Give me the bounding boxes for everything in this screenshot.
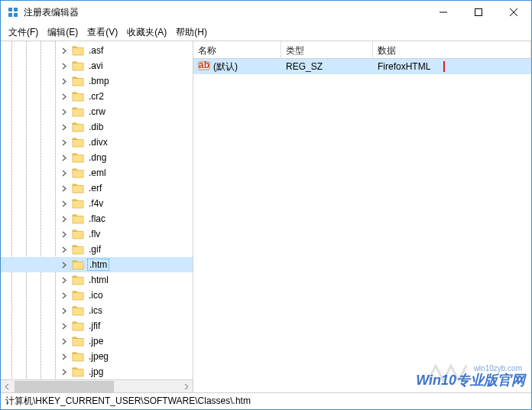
menubar: 文件(F) 编辑(E) 查看(V) 收藏夹(A) 帮助(H): [1, 24, 531, 41]
scroll-thumb[interactable]: [15, 381, 114, 392]
expand-icon[interactable]: [60, 138, 69, 147]
folder-icon: [72, 152, 84, 163]
tree-item[interactable]: .asf: [1, 43, 193, 58]
tree-item[interactable]: .avi: [1, 58, 193, 73]
tree-pane[interactable]: .asf.avi.bmp.cr2.crw.dib.divx.dng.eml.er…: [1, 41, 193, 392]
expand-icon[interactable]: [60, 169, 69, 177]
tree-item-label: .bmp: [87, 76, 111, 86]
svg-rect-1: [14, 8, 18, 11]
expand-icon[interactable]: [60, 276, 69, 285]
tree-item-label: .jpe: [87, 336, 105, 347]
list-pane: 名称 类型 数据 ab(默认)REG_SZFirefoxHTML: [193, 41, 531, 392]
folder-icon: [72, 305, 84, 316]
tree-item[interactable]: .erf: [1, 181, 193, 196]
column-header-name[interactable]: 名称: [193, 41, 281, 58]
tree-item-label: .ico: [87, 290, 105, 301]
tree-item[interactable]: .cr2: [1, 89, 193, 104]
expand-icon[interactable]: [60, 337, 69, 346]
expand-icon[interactable]: [60, 108, 69, 116]
tree-item-label: .jpeg: [87, 351, 110, 362]
folder-icon: [72, 229, 84, 239]
tree-item[interactable]: .flac: [1, 211, 193, 226]
folder-icon: [72, 366, 84, 377]
string-value-icon: ab: [198, 60, 210, 74]
expand-icon[interactable]: [60, 200, 69, 208]
tree-item-label: .crw: [87, 106, 107, 117]
tree-item[interactable]: .gif: [1, 242, 193, 257]
tree-item[interactable]: .ico: [1, 288, 193, 303]
expand-icon[interactable]: [60, 291, 69, 300]
list-rows[interactable]: ab(默认)REG_SZFirefoxHTML: [193, 59, 531, 392]
close-button[interactable]: [496, 1, 531, 24]
tree-item[interactable]: .dib: [1, 119, 193, 135]
tree-item-label: .jfif: [87, 321, 102, 331]
tree-item[interactable]: .divx: [1, 135, 193, 150]
status-path: 计算机\HKEY_CURRENT_USER\SOFTWARE\Classes\.…: [5, 395, 251, 408]
tree-item-label: .ics: [87, 305, 104, 316]
svg-rect-5: [475, 9, 482, 16]
expand-icon[interactable]: [60, 215, 69, 223]
tree-item[interactable]: .eml: [1, 165, 193, 181]
column-header-type[interactable]: 类型: [281, 41, 373, 58]
tree-item[interactable]: .htm: [1, 257, 193, 272]
folder-icon: [72, 213, 84, 224]
tree-item[interactable]: .jpg: [1, 364, 193, 379]
expand-icon[interactable]: [60, 62, 69, 70]
expand-icon[interactable]: [60, 93, 69, 101]
value-type-cell: REG_SZ: [281, 61, 373, 72]
expand-icon[interactable]: [60, 353, 69, 361]
titlebar: 注册表编辑器: [1, 1, 531, 24]
expand-icon[interactable]: [60, 246, 69, 254]
value-data-cell: FirefoxHTML: [373, 61, 531, 72]
maximize-button[interactable]: [461, 1, 496, 24]
menu-help[interactable]: 帮助(H): [171, 24, 212, 41]
tree-item[interactable]: .jpeg: [1, 349, 193, 364]
value-data: FirefoxHTML: [378, 61, 430, 72]
folder-icon: [72, 336, 84, 347]
menu-view[interactable]: 查看(V): [83, 24, 122, 41]
tree-item[interactable]: .ics: [1, 303, 193, 318]
expand-icon[interactable]: [60, 261, 69, 269]
expand-icon[interactable]: [60, 154, 69, 162]
expand-icon[interactable]: [60, 230, 69, 239]
minimize-button[interactable]: [426, 1, 461, 24]
expand-icon[interactable]: [60, 47, 69, 55]
folder-icon: [72, 45, 84, 56]
tree-item[interactable]: .dng: [1, 150, 193, 165]
tree-item-label: .dng: [87, 152, 108, 163]
tree-item[interactable]: .crw: [1, 104, 193, 119]
tree-item-label: .f4v: [87, 198, 105, 209]
svg-rect-0: [8, 8, 12, 11]
tree-item[interactable]: .jfif: [1, 318, 193, 334]
content: .asf.avi.bmp.cr2.crw.dib.divx.dng.eml.er…: [1, 41, 531, 392]
column-header-data[interactable]: 数据: [373, 41, 531, 58]
svg-rect-3: [14, 13, 18, 17]
menu-file[interactable]: 文件(F): [4, 24, 43, 41]
tree-item[interactable]: .bmp: [1, 73, 193, 89]
tree-item-label: .flv: [87, 229, 102, 239]
tree-horizontal-scrollbar[interactable]: [1, 379, 193, 392]
folder-icon: [72, 183, 84, 194]
svg-text:ab: ab: [199, 60, 209, 70]
tree-item-label: .divx: [87, 137, 109, 148]
scroll-left-arrow[interactable]: [1, 380, 14, 393]
expand-icon[interactable]: [60, 184, 69, 193]
tree-item[interactable]: .jpe: [1, 334, 193, 349]
expand-icon[interactable]: [60, 123, 69, 132]
expand-icon[interactable]: [60, 322, 69, 330]
tree-item[interactable]: .html: [1, 272, 193, 288]
tree-item[interactable]: .flv: [1, 226, 193, 242]
app-icon: [7, 6, 19, 18]
tree-item[interactable]: .f4v: [1, 196, 193, 211]
value-name: (默认): [213, 60, 238, 73]
menu-favorites[interactable]: 收藏夹(A): [122, 24, 171, 41]
list-row[interactable]: ab(默认)REG_SZFirefoxHTML: [193, 59, 531, 74]
expand-icon[interactable]: [60, 368, 69, 376]
list-header: 名称 类型 数据: [193, 41, 531, 59]
tree-item-label: .eml: [87, 168, 108, 178]
expand-icon[interactable]: [60, 307, 69, 315]
scroll-right-arrow[interactable]: [180, 380, 193, 393]
menu-edit[interactable]: 编辑(E): [43, 24, 83, 41]
expand-icon[interactable]: [60, 77, 69, 86]
folder-icon: [72, 60, 84, 71]
